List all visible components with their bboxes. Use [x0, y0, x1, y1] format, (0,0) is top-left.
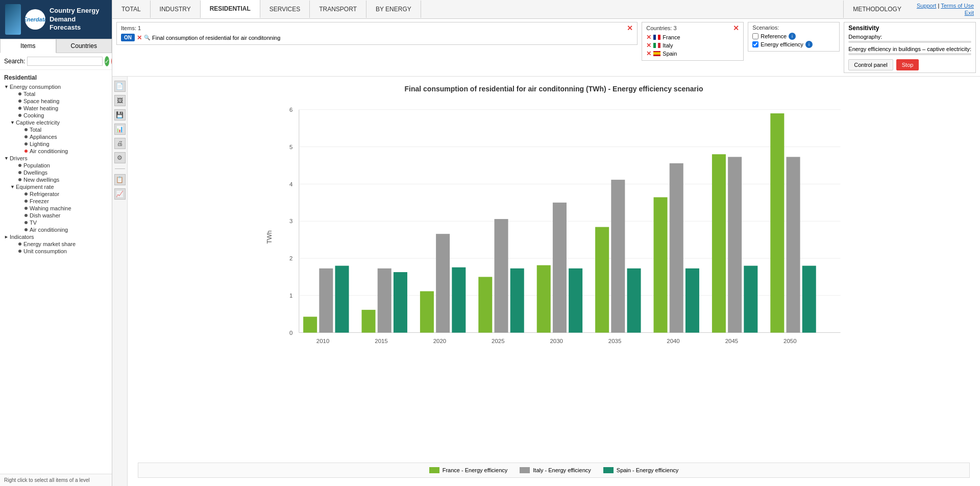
- search-confirm-button[interactable]: ✓: [105, 56, 109, 66]
- svg-text:5: 5: [289, 144, 292, 150]
- filter-bar: Items: 1 ✕ ON ✕ 🔍 Final consumption of r…: [112, 19, 980, 77]
- svg-text:2035: 2035: [608, 338, 621, 344]
- nav-tab-residential[interactable]: RESIDENTIAL: [201, 0, 260, 18]
- dot-captive-total: [24, 128, 28, 131]
- dot-lighting: [24, 142, 28, 145]
- countries-filter-close[interactable]: ✕: [733, 25, 739, 32]
- label-total: Total: [23, 91, 35, 97]
- methodology-button[interactable]: METHODOLOGY: [843, 1, 911, 18]
- nav-tab-total[interactable]: TOTAL: [112, 1, 151, 18]
- top-link-row1: Support | Terms of Use: [917, 3, 974, 9]
- legend-color-france: [429, 467, 439, 473]
- tree-item-appliances[interactable]: Appliances: [16, 133, 108, 140]
- countries-filter-label: Countries: 3: [646, 25, 676, 31]
- france-remove[interactable]: ✕: [646, 34, 651, 41]
- tree-item-tv[interactable]: TV: [16, 219, 108, 226]
- tree-group-energy-consumption[interactable]: ▼ Energy consumption: [4, 83, 108, 90]
- control-panel-button[interactable]: Control panel: [848, 59, 893, 70]
- bar-italy-2040: [670, 163, 683, 333]
- sidebar: Enerdata Country Energy Demand Forecasts…: [0, 0, 112, 486]
- chart-container: 📄 🖼 💾 📊 🖨 ⚙ 📋 📈 Final consumption of res…: [112, 77, 980, 486]
- tab-countries[interactable]: Countries: [56, 39, 112, 53]
- tree-item-cooking[interactable]: Cooking: [10, 112, 108, 119]
- tree-item-dwellings[interactable]: Dwellings: [10, 169, 108, 176]
- search-input[interactable]: [27, 57, 103, 66]
- sensitivity-energy-efficiency-slider[interactable]: [848, 53, 971, 55]
- item-remove-button[interactable]: ✕: [137, 34, 142, 41]
- tree-item-lighting[interactable]: Lighting: [16, 140, 108, 148]
- toolbar-icon-chart[interactable]: 📊: [114, 124, 126, 135]
- toolbar-icon-copy[interactable]: 📄: [114, 81, 126, 92]
- toolbar-icon-save[interactable]: 💾: [114, 109, 126, 120]
- tree-item-refrigerator[interactable]: Refrigerator: [16, 190, 108, 198]
- tree-item-new-dwellings[interactable]: New dwellings: [10, 176, 108, 183]
- dot-uc: [18, 250, 21, 253]
- tree-item-captive-total[interactable]: Total: [16, 126, 108, 133]
- dot-water-heating: [18, 107, 21, 110]
- tree-item-unit-consumption[interactable]: Unit consumption: [10, 248, 108, 255]
- tree-item-population[interactable]: Population: [10, 162, 108, 169]
- chart-area: Final consumption of residential for air…: [128, 77, 980, 486]
- scenario-reference-checkbox[interactable]: [752, 33, 758, 39]
- country-item-france: ✕ France: [646, 34, 739, 41]
- tab-items[interactable]: Items: [0, 39, 56, 53]
- bar-italy-2035: [611, 180, 625, 333]
- item-toggle-button[interactable]: ON: [121, 34, 135, 41]
- bar-spain-2015: [394, 272, 407, 333]
- scenarios-panel: Scenarios: Reference i Energy efficiency…: [748, 22, 840, 52]
- italy-remove[interactable]: ✕: [646, 42, 651, 49]
- tree-group-captive-label: Captive electricity: [16, 119, 60, 126]
- tree-group-drivers[interactable]: ▼ Drivers: [4, 155, 108, 162]
- scenario-energy-efficiency-info[interactable]: i: [805, 41, 813, 48]
- nav-tab-services[interactable]: SERVICES: [260, 1, 310, 18]
- logo-text: Enerdata: [25, 16, 45, 22]
- nav-tab-industry[interactable]: INDUSTRY: [151, 1, 201, 18]
- tree-item-equipment-air-conditioning[interactable]: Air conditioning: [16, 226, 108, 233]
- tree-item-washing-machine[interactable]: Wahing machine: [16, 205, 108, 212]
- support-link[interactable]: Support: [917, 3, 937, 9]
- stop-button[interactable]: Stop: [896, 59, 919, 70]
- tree-item-space-heating[interactable]: Space heating: [10, 98, 108, 105]
- svg-text:2010: 2010: [316, 338, 329, 344]
- dot-dwellings: [18, 171, 21, 174]
- bar-italy-2015: [378, 269, 391, 333]
- exit-link[interactable]: Exit: [965, 10, 974, 16]
- tree-group-indicators[interactable]: ► Indicators: [4, 233, 108, 240]
- scenario-energy-efficiency-checkbox[interactable]: [752, 41, 758, 47]
- tree-item-freezer[interactable]: Freezer: [16, 198, 108, 205]
- tree-item-air-conditioning[interactable]: Air conditioning: [16, 148, 108, 155]
- scenario-reference-info[interactable]: i: [789, 33, 796, 40]
- countries-filter-header: Countries: 3 ✕: [646, 25, 739, 32]
- toolbar-icon-image[interactable]: 🖼: [114, 95, 126, 106]
- tree-item-energy-market-share[interactable]: Energy market share: [10, 240, 108, 248]
- dot-dish-washer: [24, 214, 28, 217]
- toolbar-icon-table[interactable]: 📋: [114, 174, 126, 185]
- bar-spain-2045: [744, 266, 757, 333]
- tree-item-water-heating[interactable]: Water heating: [10, 105, 108, 112]
- terms-link[interactable]: Terms of Use: [941, 3, 974, 9]
- tree-group-equipment-rate[interactable]: ▼ Equipment rate: [10, 183, 108, 190]
- dot-population: [18, 164, 21, 167]
- toolbar-icon-bar-chart[interactable]: 📈: [114, 188, 126, 200]
- toolbar-icon-print[interactable]: 🖨: [114, 138, 126, 149]
- sidebar-banner-image: [5, 4, 21, 35]
- dot-space-heating: [18, 100, 21, 103]
- svg-text:2045: 2045: [725, 338, 738, 344]
- items-filter-close[interactable]: ✕: [627, 25, 633, 32]
- bar-italy-2025: [495, 219, 508, 333]
- scenario-energy-efficiency-label: Energy efficiency: [761, 41, 803, 47]
- sidebar-header: Enerdata Country Energy Demand Forecasts: [0, 0, 112, 39]
- dot-washing-machine: [24, 207, 28, 210]
- legend-color-spain: [603, 467, 614, 473]
- nav-tab-transport[interactable]: TRANSPORT: [310, 1, 366, 18]
- dot-equipment-air-conditioning: [24, 228, 28, 231]
- tree-group-captive-electricity[interactable]: ▼ Captive electricity: [10, 119, 108, 126]
- bar-france-2035: [595, 227, 609, 333]
- spain-remove[interactable]: ✕: [646, 50, 651, 57]
- bar-france-2020: [420, 291, 434, 332]
- tree-item-total[interactable]: Total: [10, 90, 108, 98]
- tree-item-dish-washer[interactable]: Dish washer: [16, 212, 108, 219]
- sensitivity-demography-slider[interactable]: [848, 41, 971, 43]
- nav-tab-by-energy[interactable]: BY ENERGY: [366, 1, 421, 18]
- toolbar-icon-settings[interactable]: ⚙: [114, 152, 126, 163]
